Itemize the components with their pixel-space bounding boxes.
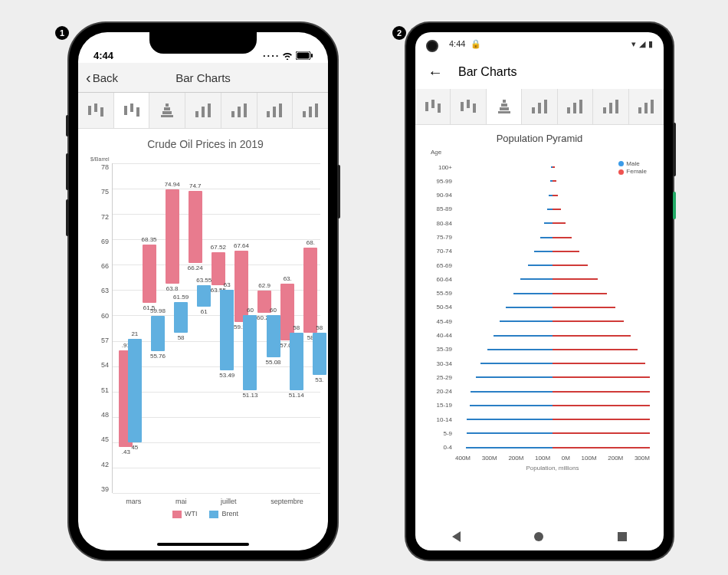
pyramid-row: 30-34: [455, 356, 650, 370]
pyramid-row: 5-9: [455, 426, 650, 440]
range-bar[interactable]: 6055.08: [267, 315, 280, 356]
status-time: 4:44: [449, 39, 465, 48]
chart-title: Crude Oil Prices in 2019: [90, 138, 320, 150]
sysnav-home-icon[interactable]: [534, 532, 543, 541]
lock-icon: 🔒: [471, 39, 481, 48]
pyramid-row: 10-14: [455, 412, 650, 426]
pyramid-row: 100+: [455, 160, 650, 174]
range-bar[interactable]: 74.766.24: [189, 191, 202, 262]
back-label: Back: [93, 71, 118, 84]
android-status-bar: 4:44 🔒 ▾ ◢ ▮: [415, 32, 664, 55]
range-bar[interactable]: 6353.49: [220, 290, 234, 370]
chart-title: Population Pyramid: [426, 133, 653, 144]
range-bar[interactable]: 63.5561: [197, 285, 211, 307]
chart-tab-4[interactable]: [558, 89, 593, 124]
front-camera: [426, 40, 438, 52]
wifi-icon: [282, 51, 293, 61]
y-axis: 7875726966636057545148454239: [90, 163, 112, 493]
status-time: 4:44: [93, 50, 113, 61]
population-pyramid-chart: Population Pyramid Age Male Female 100+9…: [415, 125, 664, 482]
chart-tab-2[interactable]: [487, 89, 522, 124]
pyramid-row: 0-4: [455, 441, 650, 455]
x-axis: marsmaijuilletseptembre: [109, 493, 320, 505]
svg-rect-2: [311, 54, 313, 58]
pyramid-row: 65-69: [455, 258, 650, 272]
android-device-frame: 4:44 🔒 ▾ ◢ ▮ ← Bar Charts Population Pyr…: [406, 23, 673, 560]
y-axis-label: $/Barrel: [90, 156, 320, 162]
cellular-dots-icon: ····: [262, 51, 280, 61]
chart-tab-0[interactable]: [415, 89, 451, 124]
chart-tab-5[interactable]: [593, 89, 628, 124]
pyramid-row: 80-84: [455, 216, 650, 230]
chevron-left-icon: ‹: [86, 69, 91, 87]
range-bar[interactable]: 74.9463.8: [166, 189, 179, 284]
pyramid-row: 75-79: [455, 230, 650, 244]
pyramid-row: 25-29: [455, 370, 650, 384]
svg-rect-1: [297, 53, 310, 59]
signal-icon: ◢: [639, 39, 645, 49]
x-axis-label: Population, millions: [455, 465, 650, 472]
plot-area[interactable]: Male Female 100+95-9990-9485-8980-8475-7…: [426, 160, 653, 482]
plot-area[interactable]: .91.4368.3561.574.9463.874.766.2467.5263…: [112, 163, 320, 493]
pyramid-row: 95-99: [455, 174, 650, 188]
pyramid-row: 20-24: [455, 385, 650, 399]
pyramid-row: 40-44: [455, 328, 650, 342]
range-bar[interactable]: 5851.14: [290, 333, 303, 391]
chart-type-tabstrip: [78, 93, 328, 129]
android-system-nav: [415, 523, 664, 550]
range-bar[interactable]: 63.57.05: [280, 284, 294, 340]
chart-legend: WTI Brent: [90, 510, 320, 518]
range-bar[interactable]: 68.3561.5: [143, 245, 156, 303]
chart-tab-4[interactable]: [221, 93, 257, 128]
range-bar[interactable]: 59.9855.76: [151, 316, 165, 352]
pyramid-row: 60-64: [455, 272, 650, 286]
battery-icon: ▮: [648, 39, 653, 49]
range-bar[interactable]: 68.58: [303, 248, 317, 332]
sysnav-back-icon[interactable]: [452, 531, 461, 542]
figure-badge-1: 1: [55, 26, 69, 40]
pyramid-row: 85-89: [455, 202, 650, 216]
chart-tab-1[interactable]: [114, 93, 150, 128]
android-app-bar: ← Bar Charts: [415, 55, 664, 89]
page-title: Bar Charts: [458, 65, 516, 79]
chart-tab-6[interactable]: [293, 93, 328, 128]
page-title: Bar Charts: [175, 71, 231, 84]
wifi-icon: ▾: [631, 39, 636, 49]
crude-oil-chart: Crude Oil Prices in 2019 $/Barrel 787572…: [78, 129, 328, 518]
range-bar[interactable]: 67.5263.55: [212, 252, 225, 286]
pyramid-row: 50-54: [455, 301, 650, 314]
iphone-notch: [149, 32, 257, 54]
chart-tab-3[interactable]: [185, 93, 221, 128]
pyramid-row: 45-49: [455, 314, 650, 328]
chart-tab-6[interactable]: [629, 89, 664, 124]
range-bar[interactable]: 6051.13: [243, 315, 257, 390]
back-arrow-icon[interactable]: ←: [428, 64, 443, 81]
chart-tab-5[interactable]: [257, 93, 293, 128]
range-bar[interactable]: 5853.: [313, 333, 326, 375]
x-axis: 400M300M200M100M0M100M200M300M Populatio…: [455, 455, 650, 482]
back-button[interactable]: ‹ Back: [86, 69, 118, 87]
chart-tab-3[interactable]: [522, 89, 557, 124]
pyramid-row: 35-39: [455, 343, 650, 356]
iphone-device-frame: 4:44 ···· ‹ Back Bar Charts: [69, 23, 337, 560]
chart-type-tabstrip: [415, 89, 664, 125]
home-indicator[interactable]: [157, 543, 249, 546]
pyramid-row: 90-94: [455, 189, 650, 202]
ios-nav-bar: ‹ Back Bar Charts: [78, 63, 328, 93]
pyramid-row: 55-59: [455, 287, 650, 301]
sysnav-recent-icon[interactable]: [618, 532, 627, 541]
chart-tab-1[interactable]: [451, 89, 486, 124]
range-bar[interactable]: 61.5958: [174, 302, 188, 333]
pyramid-row: 15-19: [455, 399, 650, 412]
figure-badge-2: 2: [392, 26, 406, 40]
chart-tab-2[interactable]: [149, 93, 185, 128]
y-axis-label: Age: [431, 149, 653, 156]
battery-icon: [296, 51, 313, 61]
chart-tab-0[interactable]: [78, 93, 114, 128]
range-bar[interactable]: 2145: [128, 339, 142, 442]
pyramid-row: 70-74: [455, 245, 650, 258]
